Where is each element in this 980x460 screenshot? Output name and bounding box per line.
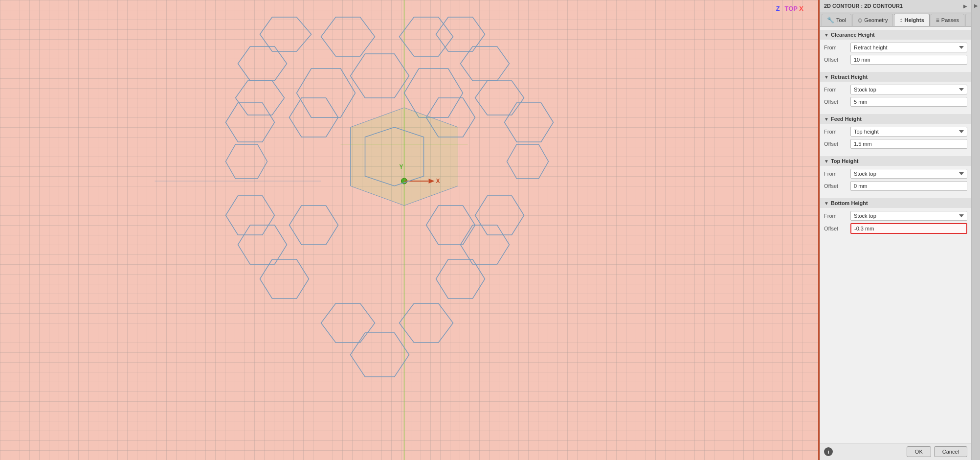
section-header-top-height[interactable]: ▼Top Height [820, 156, 971, 166]
section-body-top-height: FromStock topModel topUser definedOffset [820, 166, 971, 196]
section-clearance-height: ▼Clearance HeightFromRetract heightStock… [820, 30, 971, 70]
field-label-retract-offset: Offset [824, 99, 847, 105]
section-top-height: ▼Top HeightFromStock topModel topUser de… [820, 156, 971, 196]
tab-heights-label: Heights [904, 17, 924, 23]
field-input-bottom-offset[interactable] [850, 223, 967, 234]
section-arrow-top-height: ▼ [824, 159, 829, 164]
field-label-feed-from: From [824, 129, 847, 135]
svg-marker-14 [226, 144, 267, 179]
ok-button[interactable]: OK [907, 446, 931, 457]
field-label-feed-offset: Offset [824, 141, 847, 147]
tab-passes-label: Passes [941, 17, 959, 23]
svg-marker-23 [260, 259, 309, 299]
section-bottom-height: ▼Bottom HeightFromStock topModel topUser… [820, 198, 971, 239]
section-arrow-clearance-height: ▼ [824, 32, 829, 38]
section-arrow-bottom-height: ▼ [824, 201, 829, 206]
svg-marker-15 [505, 103, 554, 142]
section-body-bottom-height: FromStock topModel topUser definedOffset [820, 208, 971, 239]
field-label-retract-from: From [824, 87, 847, 92]
panel-collapse-button[interactable]: ▶ [963, 3, 967, 9]
field-label-clearance-from: From [824, 45, 847, 50]
section-header-bottom-height[interactable]: ▼Bottom Height [820, 198, 971, 208]
tab-passes-icon: ≡ [936, 17, 939, 23]
svg-marker-29 [351, 333, 409, 377]
viewport: Z TOP X X Y [0, 0, 820, 460]
section-body-retract-height: FromStock topModel topUser definedOffset [820, 82, 971, 112]
section-arrow-retract-height: ▼ [824, 74, 829, 80]
svg-marker-20 [351, 54, 409, 98]
field-row-feed-from: FromTop heightStock topModel topUser def… [824, 127, 967, 137]
field-row-top-offset: Offset [824, 181, 967, 191]
tab-geometry[interactable]: ◇Geometry [852, 14, 893, 26]
section-title-bottom-height: Bottom Height [831, 200, 868, 206]
svg-marker-38 [426, 206, 475, 245]
svg-marker-26 [436, 259, 485, 299]
panel-title: 2D CONTOUR : 2D CONTOUR1 [824, 3, 903, 9]
svg-marker-17 [507, 144, 549, 179]
field-label-clearance-offset: Offset [824, 57, 847, 63]
field-input-retract-offset[interactable] [850, 97, 967, 107]
right-edge-panel[interactable]: ▶ [971, 0, 980, 460]
tab-geometry-icon: ◇ [858, 17, 862, 23]
panel-footer: i OK Cancel [820, 443, 971, 460]
tab-geometry-label: Geometry [864, 17, 888, 23]
tab-tool[interactable]: 🔧Tool [822, 14, 851, 26]
field-row-feed-offset: Offset [824, 139, 967, 149]
info-button[interactable]: i [824, 447, 833, 456]
section-arrow-feed-height: ▼ [824, 116, 829, 122]
section-title-feed-height: Feed Height [831, 116, 862, 122]
tab-tool-label: Tool [836, 17, 846, 23]
field-label-top-from: From [824, 171, 847, 177]
tab-heights[interactable]: ↕Heights [894, 14, 929, 26]
shapes-canvas: X Y [0, 0, 818, 460]
field-input-feed-offset[interactable] [850, 139, 967, 149]
section-header-feed-height[interactable]: ▼Feed Height [820, 114, 971, 124]
section-feed-height: ▼Feed HeightFromTop heightStock topModel… [820, 114, 971, 154]
section-title-top-height: Top Height [831, 158, 859, 164]
action-buttons: OK Cancel [907, 446, 967, 457]
tab-bar: 🔧Tool◇Geometry↕Heights≡Passes🔗Linking [820, 12, 971, 27]
field-input-top-offset[interactable] [850, 181, 967, 191]
field-label-bottom-from: From [824, 213, 847, 219]
section-header-clearance-height[interactable]: ▼Clearance Height [820, 30, 971, 40]
right-edge-arrow-icon: ▶ [974, 3, 978, 8]
field-input-clearance-offset[interactable] [850, 55, 967, 65]
cancel-button[interactable]: Cancel [934, 446, 967, 457]
field-select-feed-from[interactable]: Top heightStock topModel topUser defined [850, 127, 967, 137]
field-select-bottom-from[interactable]: Stock topModel topUser defined [850, 211, 967, 221]
field-label-bottom-offset: Offset [824, 226, 847, 231]
field-row-bottom-offset: Offset [824, 223, 967, 234]
svg-marker-21 [226, 196, 275, 235]
panel-content: ▼Clearance HeightFromRetract heightStock… [820, 27, 971, 443]
svg-marker-22 [238, 225, 287, 264]
tab-tool-icon: 🔧 [827, 17, 834, 23]
panel-header: 2D CONTOUR : 2D CONTOUR1 ▶ [820, 0, 971, 12]
svg-marker-13 [236, 81, 285, 115]
properties-panel: 2D CONTOUR : 2D CONTOUR1 ▶ 🔧Tool◇Geometr… [820, 0, 971, 460]
field-select-clearance-from[interactable]: Retract heightStock topModel topUser def… [850, 43, 967, 52]
svg-marker-28 [400, 303, 453, 343]
field-row-clearance-from: FromRetract heightStock topModel topUser… [824, 43, 967, 52]
section-header-retract-height[interactable]: ▼Retract Height [820, 72, 971, 82]
section-title-retract-height: Retract Height [831, 74, 868, 80]
field-row-retract-from: FromStock topModel topUser defined [824, 85, 967, 94]
svg-marker-18 [297, 69, 356, 117]
field-label-top-offset: Offset [824, 183, 847, 189]
section-body-clearance-height: FromRetract heightStock topModel topUser… [820, 40, 971, 70]
svg-marker-7 [400, 17, 453, 56]
section-retract-height: ▼Retract HeightFromStock topModel topUse… [820, 72, 971, 112]
svg-marker-19 [404, 69, 463, 117]
field-row-retract-offset: Offset [824, 97, 967, 107]
field-select-retract-from[interactable]: Stock topModel topUser defined [850, 85, 967, 94]
section-title-clearance-height: Clearance Height [831, 32, 875, 38]
svg-marker-16 [475, 81, 524, 115]
tab-passes[interactable]: ≡Passes [931, 14, 964, 26]
svg-marker-6 [321, 17, 375, 56]
section-body-feed-height: FromTop heightStock topModel topUser def… [820, 124, 971, 154]
field-row-bottom-from: FromStock topModel topUser defined [824, 211, 967, 221]
svg-marker-37 [290, 206, 338, 245]
tab-heights-icon: ↕ [899, 17, 902, 23]
field-select-top-from[interactable]: Stock topModel topUser defined [850, 169, 967, 179]
field-row-clearance-offset: Offset [824, 55, 967, 65]
field-row-top-from: FromStock topModel topUser defined [824, 169, 967, 179]
